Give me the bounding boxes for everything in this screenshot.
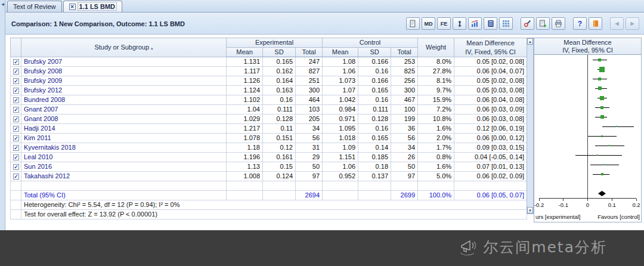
study-include-checkbox[interactable]: ✓ [11,153,21,162]
control-sd[interactable]: 0.14 [358,143,391,153]
experimental-sd[interactable]: 0.11 [263,124,296,134]
control-mean[interactable]: 1.06 [323,162,358,172]
study-name[interactable]: Brufsky 2007 [21,57,227,67]
control-sd[interactable]: 0.111 [358,105,391,115]
weight-column-header[interactable]: Weight [418,38,454,57]
left-panel-splitter[interactable]: ◀ [0,0,5,230]
experimental-mean[interactable]: 1.18 [227,143,263,153]
print-button[interactable] [552,17,565,30]
study-name[interactable]: Sun 2016 [21,162,227,172]
chart-options-button[interactable] [468,17,482,30]
experimental-sd[interactable]: 0.111 [263,105,296,115]
study-name[interactable]: Hadji 2014 [21,124,227,134]
control-sd[interactable]: 0.16 [358,67,391,76]
control-mean[interactable]: 1.042 [323,95,358,105]
study-include-checkbox[interactable]: ✓ [11,86,21,95]
control-total[interactable]: 199 [391,115,418,124]
control-total[interactable]: 100 [391,105,418,115]
control-sd[interactable]: 0.16 [358,124,391,134]
experimental-mean[interactable]: 1.217 [227,124,263,134]
ctl-mean-header[interactable]: Mean [323,48,358,57]
control-group-header[interactable]: Control [323,38,418,48]
export-report-button[interactable] [406,17,420,30]
exp-mean-header[interactable]: Mean [227,48,263,57]
experimental-mean[interactable]: 1.029 [227,115,263,124]
experimental-group-header[interactable]: Experimental [227,38,323,48]
close-tab-icon[interactable]: ✕ [69,4,76,10]
experimental-total[interactable]: 31 [296,143,323,153]
control-mean[interactable]: 0.952 [323,172,358,181]
study-include-checkbox[interactable]: ✓ [11,95,21,105]
control-mean[interactable]: 0.971 [323,115,358,124]
control-mean[interactable]: 1.06 [323,67,358,76]
study-include-checkbox[interactable]: ✓ [11,105,21,115]
control-total[interactable]: 26 [391,153,418,162]
experimental-mean[interactable]: 1.13 [227,162,263,172]
experimental-sd[interactable]: 0.151 [263,134,296,143]
study-name[interactable]: Gnant 2008 [21,115,227,124]
experimental-total[interactable]: 205 [296,115,323,124]
scroll-up-icon[interactable]: ▲ [527,38,533,45]
experimental-sd[interactable]: 0.162 [263,67,296,76]
study-include-checkbox[interactable]: ✓ [11,67,21,76]
md-column-header[interactable]: Mean Difference IV, Fixed, 95% CI [454,38,527,57]
study-include-checkbox[interactable]: ✓ [11,76,21,86]
control-total[interactable]: 467 [391,95,418,105]
help-button[interactable]: ? [573,17,587,30]
control-sd[interactable]: 0.137 [358,172,391,181]
control-sd[interactable]: 0.166 [358,57,391,67]
ctl-sd-header[interactable]: SD [358,48,391,57]
control-mean[interactable]: 1.09 [323,143,358,153]
study-include-checkbox[interactable]: ✓ [11,57,21,67]
control-total[interactable]: 300 [391,86,418,95]
add-note-button[interactable] [536,17,550,30]
control-sd[interactable]: 0.165 [358,86,391,95]
exp-sd-header[interactable]: SD [263,48,296,57]
study-name[interactable]: Kim 2011 [21,134,227,143]
fixed-effect-button[interactable]: FE [437,17,451,30]
data-grid-button[interactable] [499,17,513,30]
experimental-total[interactable]: 29 [296,153,323,162]
next-outcome-button[interactable]: ▶ [626,17,639,30]
calculator-button[interactable] [484,17,497,30]
experimental-total[interactable]: 827 [296,67,323,76]
control-mean[interactable]: 1.08 [323,57,358,67]
exp-total-header[interactable]: Total [296,48,323,57]
experimental-sd[interactable]: 0.12 [263,143,296,153]
experimental-total[interactable]: 97 [296,172,323,181]
control-total[interactable]: 56 [391,134,418,143]
experimental-sd[interactable]: 0.124 [263,172,296,181]
experimental-sd[interactable]: 0.164 [263,76,296,86]
experimental-mean[interactable]: 1.04 [227,105,263,115]
experimental-mean[interactable]: 1.124 [227,86,263,95]
control-mean[interactable]: 1.018 [323,134,358,143]
experimental-total[interactable]: 247 [296,57,323,67]
study-include-checkbox[interactable]: ✓ [11,143,21,153]
study-include-checkbox[interactable]: ✓ [11,134,21,143]
experimental-sd[interactable]: 0.128 [263,115,296,124]
control-total[interactable]: 256 [391,76,418,86]
control-mean[interactable]: 0.984 [323,105,358,115]
experimental-mean[interactable]: 1.196 [227,153,263,162]
control-sd[interactable]: 0.165 [358,134,391,143]
experimental-sd[interactable]: 0.165 [263,57,296,67]
control-total[interactable]: 97 [391,172,418,181]
study-include-checkbox[interactable]: ✓ [11,115,21,124]
study-name[interactable]: Brufsky 2009 [21,76,227,86]
study-name[interactable]: Brufsky 2008 [21,67,227,76]
tab-ls-bmd[interactable]: ✕ 1.1 LS BMD [63,1,123,12]
study-name[interactable]: Bundred 2008 [21,95,227,105]
table-vertical-scrollbar[interactable]: ▲ ▼ [527,38,534,214]
experimental-total[interactable]: 300 [296,86,323,95]
study-column-header[interactable]: Study or Subgroup▴ [21,38,227,57]
control-sd[interactable]: 0.18 [358,162,391,172]
experimental-mean[interactable]: 1.117 [227,67,263,76]
control-total[interactable]: 253 [391,57,418,67]
study-name[interactable]: Leal 2010 [21,153,227,162]
effect-measure-md-button[interactable]: MD [422,17,435,30]
control-total[interactable]: 34 [391,143,418,153]
control-total[interactable]: 36 [391,124,418,134]
control-mean[interactable]: 1.151 [323,153,358,162]
experimental-total[interactable]: 251 [296,76,323,86]
experimental-sd[interactable]: 0.163 [263,86,296,95]
